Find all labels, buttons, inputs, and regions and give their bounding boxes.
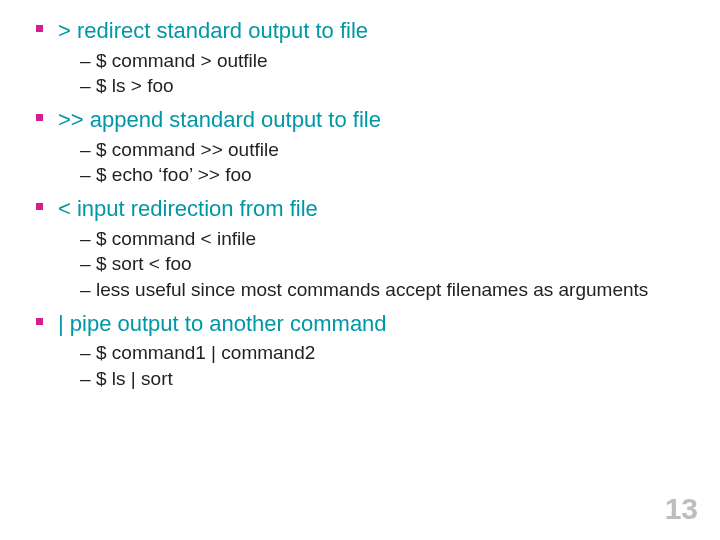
sub-item: $ ls | sort	[80, 366, 690, 392]
list-item: > redirect standard output to file $ com…	[30, 16, 690, 99]
slide: > redirect standard output to file $ com…	[0, 0, 720, 540]
sub-item: $ command >> outfile	[80, 137, 690, 163]
sub-item: less useful since most commands accept f…	[80, 277, 690, 303]
item-heading: >> append standard output to file	[58, 105, 690, 135]
sub-item: $ ls > foo	[80, 73, 690, 99]
sub-item: $ command < infile	[80, 226, 690, 252]
item-heading: > redirect standard output to file	[58, 16, 690, 46]
list-item: >> append standard output to file $ comm…	[30, 105, 690, 188]
item-heading: < input redirection from file	[58, 194, 690, 224]
sub-item: $ echo ‘foo’ >> foo	[80, 162, 690, 188]
bullet-list: > redirect standard output to file $ com…	[30, 16, 690, 392]
sub-list: $ command < infile $ sort < foo less use…	[58, 226, 690, 303]
sub-item: $ command > outfile	[80, 48, 690, 74]
list-item: | pipe output to another command $ comma…	[30, 309, 690, 392]
sub-item: $ sort < foo	[80, 251, 690, 277]
sub-item: $ command1 | command2	[80, 340, 690, 366]
sub-list: $ command >> outfile $ echo ‘foo’ >> foo	[58, 137, 690, 188]
page-number: 13	[665, 492, 698, 526]
sub-list: $ command1 | command2 $ ls | sort	[58, 340, 690, 391]
list-item: < input redirection from file $ command …	[30, 194, 690, 303]
sub-list: $ command > outfile $ ls > foo	[58, 48, 690, 99]
item-heading: | pipe output to another command	[58, 309, 690, 339]
